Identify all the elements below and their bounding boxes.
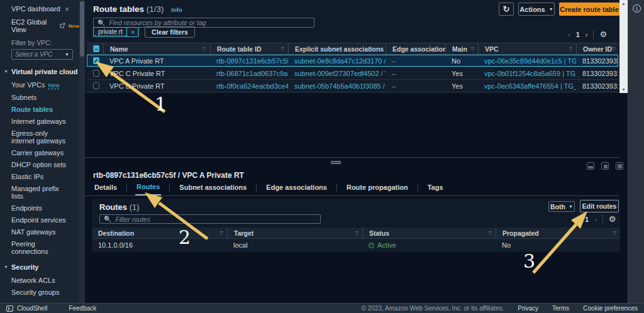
sidebar-item-endpoints[interactable]: Endpoints bbox=[11, 204, 72, 212]
sidebar-item-elastic-ips[interactable]: Elastic IPs bbox=[11, 173, 72, 180]
sort-icon[interactable]: ▽ bbox=[612, 47, 615, 52]
sidebar-section-vpc[interactable]: ▼Virtual private cloud bbox=[11, 68, 79, 75]
table-header-row: – Name▽ Route table ID▽ Explicit subnet … bbox=[87, 43, 618, 55]
sidebar-item-endpoint-services[interactable]: Endpoint services bbox=[11, 216, 72, 224]
vpc-link[interactable]: vpc-0b01f1254c8a5a659 | TG_VPC C bbox=[478, 67, 576, 79]
settings-gear-icon[interactable]: ⚙ bbox=[609, 214, 616, 224]
sort-icon[interactable]: ▽ bbox=[281, 47, 284, 52]
sidebar-item-dhcp[interactable]: DHCP option sets bbox=[11, 161, 72, 168]
sidebar-item-subnets[interactable]: Subnets bbox=[11, 94, 72, 101]
subnet-link[interactable]: subnet-009ef27307edf4502 / VPC-C... bbox=[288, 67, 386, 79]
tab-route-propagation[interactable]: Route propagation bbox=[345, 184, 409, 195]
layout-full-icon[interactable] bbox=[616, 162, 623, 170]
sidebar-item-route-tables[interactable]: Route tables bbox=[11, 106, 72, 113]
search-icon: 🔍 bbox=[104, 216, 111, 222]
sidebar-item-your-vpcs[interactable]: Your VPCsNew bbox=[11, 81, 72, 89]
sidebar-item-internet-gateways[interactable]: Internet gateways bbox=[11, 118, 72, 125]
tab-subnet-associations[interactable]: Subnet associations bbox=[178, 184, 248, 195]
page-number[interactable]: 1 bbox=[576, 31, 580, 38]
subnet-link[interactable]: subnet-0e8c8da47c12d3170 / VPC-... bbox=[288, 55, 386, 67]
terms-link[interactable]: Terms bbox=[552, 305, 569, 312]
select-all-checkbox[interactable]: – bbox=[93, 45, 99, 52]
sidebar-item-peering[interactable]: Peering connections bbox=[11, 240, 72, 255]
refresh-button[interactable]: ↻ bbox=[499, 3, 514, 16]
edit-routes-button[interactable]: Edit routes bbox=[580, 200, 619, 212]
sidebar-section-security[interactable]: ▼Security bbox=[11, 263, 79, 271]
subnet-link[interactable]: subnet-05b74b5a40b1f3085 / VPC-... bbox=[288, 80, 386, 92]
search-input[interactable] bbox=[109, 19, 310, 26]
sidebar-item-prefix-lists[interactable]: Managed prefix lists bbox=[11, 185, 72, 200]
table-row[interactable]: 10.1.0.0/16 local ✓Active No bbox=[92, 239, 620, 251]
sidebar-item-egress-only[interactable]: Egress-only internet gateways bbox=[11, 129, 72, 145]
table-row[interactable]: VPC C Private RT rtb-06871c1ad0637c9a0 s… bbox=[87, 67, 618, 80]
external-link-icon bbox=[60, 22, 65, 30]
scroll-up-icon[interactable]: ▲ bbox=[621, 1, 626, 6]
close-icon[interactable]: × bbox=[65, 5, 69, 14]
filter-chip[interactable]: private rt × bbox=[93, 27, 139, 37]
divider bbox=[256, 184, 257, 191]
sort-icon[interactable]: ▽ bbox=[220, 231, 223, 236]
vpc-dashboard-label: VPC dashboard bbox=[11, 5, 60, 13]
route-table-id-link[interactable]: rtb-0f0ca624eacbd3ce4 bbox=[210, 80, 288, 92]
vpc-link[interactable]: vpc-06e35c89d44d0e1c5 | TG_VPC A bbox=[478, 55, 576, 67]
pagination: ‹ 1 › ⚙ bbox=[568, 30, 607, 39]
table-row[interactable]: VPC B Private RT rtb-0f0ca624eacbd3ce4 s… bbox=[87, 80, 618, 92]
routes-filter[interactable]: 🔍 bbox=[99, 214, 321, 224]
sidebar-item-ec2-global-view[interactable]: EC2 Global View New bbox=[11, 18, 79, 33]
tab-details[interactable]: Details bbox=[93, 184, 118, 195]
sidebar-item-carrier-gateways[interactable]: Carrier gateways bbox=[11, 149, 72, 156]
page-number[interactable]: 1 bbox=[585, 216, 589, 223]
next-page-icon[interactable]: › bbox=[594, 216, 597, 223]
resource-search[interactable]: 🔍 bbox=[93, 18, 314, 28]
next-page-icon[interactable]: › bbox=[586, 31, 588, 38]
cookie-preferences-link[interactable]: Cookie preferences bbox=[583, 305, 638, 312]
sidebar-scrollbar-thumb[interactable] bbox=[80, 1, 84, 57]
sort-icon[interactable]: ▽ bbox=[471, 47, 474, 52]
row-checkbox[interactable]: ✓ bbox=[93, 57, 99, 64]
routes-pagination: 1 › ⚙ bbox=[585, 214, 616, 224]
create-route-table-button[interactable]: Create route table bbox=[559, 3, 619, 16]
sidebar-item-network-acls[interactable]: Network ACLs bbox=[11, 277, 72, 284]
sidebar-item-security-groups[interactable]: Security groups bbox=[11, 288, 72, 296]
table-header-row: Destination▽ Target▽ Status▽ Propagated▽ bbox=[92, 228, 620, 239]
vpc-select[interactable]: Select a VPC ▼ bbox=[11, 49, 73, 60]
vpc-link[interactable]: vpc-0ec6343affe476554 | TG_VPC B bbox=[478, 80, 576, 92]
layout-side-icon[interactable] bbox=[601, 162, 609, 170]
table-scrollbar[interactable]: ▲ ▼ bbox=[619, 0, 628, 93]
tab-tags[interactable]: Tags bbox=[426, 184, 445, 195]
sort-icon[interactable]: ▽ bbox=[613, 231, 616, 236]
tab-edge-associations[interactable]: Edge associations bbox=[265, 184, 328, 195]
scroll-down-icon[interactable]: ▼ bbox=[621, 87, 626, 92]
routes-filter-input[interactable] bbox=[115, 216, 316, 223]
clear-filters-button[interactable]: Clear filters bbox=[145, 26, 195, 38]
row-checkbox[interactable] bbox=[93, 82, 99, 89]
table-row[interactable]: ✓ VPC A Private RT rtb-0897c131e6cb57c5f… bbox=[87, 55, 618, 67]
sort-icon[interactable]: ▽ bbox=[569, 47, 572, 52]
annotation-step-1: 1 bbox=[155, 93, 167, 115]
sidebar-item-nat-gateways[interactable]: NAT gateways bbox=[11, 228, 72, 236]
route-type-dropdown[interactable]: Both ▼ bbox=[548, 201, 575, 212]
row-checkbox[interactable] bbox=[93, 70, 99, 77]
sort-icon[interactable]: ▽ bbox=[489, 231, 492, 236]
detail-title: rtb-0897c131e6cb57c5f / VPC A Private RT bbox=[93, 171, 244, 180]
new-badge: New bbox=[48, 82, 59, 89]
tab-routes[interactable]: Routes bbox=[135, 183, 161, 195]
route-table-id-link[interactable]: rtb-0897c131e6cb57c5f bbox=[210, 55, 288, 67]
section-collapse-icon: ▼ bbox=[4, 265, 8, 269]
layout-bottom-icon[interactable] bbox=[587, 162, 594, 170]
actions-button[interactable]: Actions ▼ bbox=[518, 3, 555, 16]
feedback-link[interactable]: Feedback bbox=[69, 305, 96, 312]
prev-page-icon[interactable]: ‹ bbox=[568, 31, 570, 38]
route-table-id-link[interactable]: rtb-06871c1ad0637c9a0 bbox=[210, 67, 288, 79]
sort-icon[interactable]: ▽ bbox=[203, 47, 206, 52]
settings-gear-icon[interactable]: ⚙ bbox=[599, 30, 607, 39]
search-icon: 🔍 bbox=[97, 19, 105, 26]
footer-bar: ❯_ CloudShell Feedback © 2023, Amazon We… bbox=[0, 303, 644, 313]
routes-table: Destination▽ Target▽ Status▽ Propagated▽… bbox=[92, 228, 620, 251]
sort-icon[interactable]: ▽ bbox=[355, 231, 358, 236]
cloudshell-link[interactable]: CloudShell bbox=[17, 305, 47, 312]
privacy-link[interactable]: Privacy bbox=[518, 305, 538, 312]
info-link[interactable]: Info bbox=[171, 6, 182, 13]
panel-drag-handle[interactable] bbox=[331, 161, 341, 164]
info-panel-icon[interactable]: i bbox=[633, 4, 641, 13]
